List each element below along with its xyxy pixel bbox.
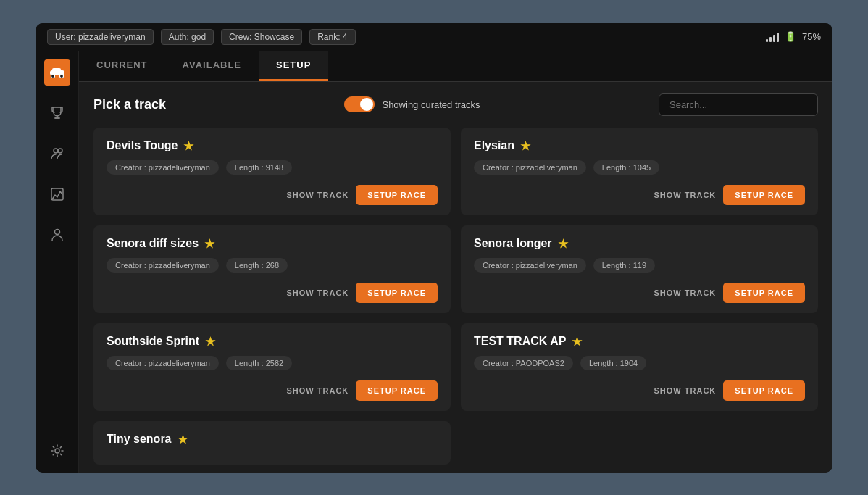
star-icon: ★ xyxy=(572,335,582,349)
sidebar-item-friends[interactable] xyxy=(44,222,70,248)
battery-level: 75% xyxy=(802,31,821,42)
toggle-label: Showing curated tracks xyxy=(382,99,480,110)
track-name: Southside Sprint ★ xyxy=(107,335,438,349)
track-header: Pick a track Showing curated tracks xyxy=(93,93,818,116)
track-actions: SHOW TRACK SETUP RACE xyxy=(474,283,805,303)
track-meta: Creator : pizzadeliveryman Length : 268 xyxy=(107,258,438,273)
star-icon: ★ xyxy=(520,139,530,153)
svg-point-6 xyxy=(58,149,62,153)
status-badges: User: pizzadeliveryman Auth: god Crew: S… xyxy=(47,29,356,45)
setup-race-button[interactable]: SETUP RACE xyxy=(356,283,438,303)
length-badge: Length : 119 xyxy=(593,258,655,273)
page-title: Pick a track xyxy=(93,97,166,112)
track-name: Senora diff sizes ★ xyxy=(107,237,438,251)
creator-badge: Creator : pizzadeliveryman xyxy=(474,160,586,175)
star-icon: ★ xyxy=(183,139,193,153)
creator-badge: Creator : PAODPOAS2 xyxy=(474,356,573,370)
content-area: CURRENT AVAILABLE SETUP Pick a track Sho… xyxy=(79,51,832,473)
creator-badge: Creator : pizzadeliveryman xyxy=(107,160,219,175)
track-card: Southside Sprint ★ Creator : pizzadelive… xyxy=(93,323,451,411)
track-meta: Creator : pizzadeliveryman Length : 2582 xyxy=(107,356,438,370)
creator-badge: Creator : pizzadeliveryman xyxy=(107,356,219,370)
length-badge: Length : 1904 xyxy=(580,356,646,370)
sidebar-item-trophy[interactable] xyxy=(44,100,70,126)
svg-point-8 xyxy=(54,229,59,234)
track-card: Elysian ★ Creator : pizzadeliveryman Len… xyxy=(461,128,818,215)
track-actions: SHOW TRACK SETUP RACE xyxy=(107,283,438,303)
track-actions: SHOW TRACK SETUP RACE xyxy=(107,380,438,401)
setup-race-button[interactable]: SETUP RACE xyxy=(723,185,805,205)
svg-point-3 xyxy=(59,74,63,78)
track-name: Senora longer ★ xyxy=(474,237,805,251)
track-grid: Devils Touge ★ Creator : pizzadeliveryma… xyxy=(93,128,818,465)
svg-point-2 xyxy=(51,74,54,78)
tab-setup[interactable]: SETUP xyxy=(259,51,328,81)
creator-badge: Creator : pizzadeliveryman xyxy=(107,258,219,273)
length-badge: Length : 2582 xyxy=(226,356,292,370)
track-actions: SHOW TRACK SETUP RACE xyxy=(474,380,805,401)
status-bar: User: pizzadeliveryman Auth: god Crew: S… xyxy=(36,23,832,51)
track-card: Devils Touge ★ Creator : pizzadeliveryma… xyxy=(93,128,451,215)
main-area: CURRENT AVAILABLE SETUP Pick a track Sho… xyxy=(36,51,832,473)
track-meta: Creator : pizzadeliveryman Length : 119 xyxy=(474,258,805,273)
svg-point-9 xyxy=(55,449,59,453)
curated-toggle[interactable] xyxy=(344,96,375,112)
track-area: Pick a track Showing curated tracks xyxy=(79,82,832,473)
star-icon: ★ xyxy=(205,335,215,349)
track-name: Devils Touge ★ xyxy=(107,139,438,153)
length-badge: Length : 1045 xyxy=(593,160,659,175)
tab-available[interactable]: AVAILABLE xyxy=(165,51,259,81)
status-right: 🔋 75% xyxy=(766,31,821,42)
rank-badge: Rank: 4 xyxy=(309,29,355,45)
app-window: User: pizzadeliveryman Auth: god Crew: S… xyxy=(36,23,832,473)
crew-badge: Crew: Showcase xyxy=(221,29,302,45)
creator-badge: Creator : pizzadeliveryman xyxy=(474,258,586,273)
setup-race-button[interactable]: SETUP RACE xyxy=(356,185,438,205)
search-input[interactable] xyxy=(659,93,818,116)
track-name: Tiny senora ★ xyxy=(107,433,438,446)
auth-badge: Auth: god xyxy=(161,29,214,45)
star-icon: ★ xyxy=(558,237,568,251)
show-track-button[interactable]: SHOW TRACK xyxy=(654,191,717,199)
show-track-button[interactable]: SHOW TRACK xyxy=(654,386,717,395)
track-meta: Creator : pizzadeliveryman Length : 9148 xyxy=(107,160,438,175)
show-track-button[interactable]: SHOW TRACK xyxy=(287,386,349,395)
sidebar-item-routes[interactable] xyxy=(44,181,70,207)
battery-icon: 🔋 xyxy=(785,31,796,42)
track-actions: SHOW TRACK SETUP RACE xyxy=(107,185,438,205)
length-badge: Length : 9148 xyxy=(226,160,292,175)
setup-race-button[interactable]: SETUP RACE xyxy=(356,380,438,401)
star-icon: ★ xyxy=(178,433,188,446)
track-actions: SHOW TRACK SETUP RACE xyxy=(474,185,805,205)
setup-race-button[interactable]: SETUP RACE xyxy=(723,380,805,401)
tab-current[interactable]: CURRENT xyxy=(79,51,165,81)
track-meta: Creator : pizzadeliveryman Length : 1045 xyxy=(474,160,805,175)
show-track-button[interactable]: SHOW TRACK xyxy=(654,288,717,297)
toggle-area: Showing curated tracks xyxy=(344,96,480,112)
tab-bar: CURRENT AVAILABLE SETUP xyxy=(79,51,832,82)
length-badge: Length : 268 xyxy=(226,258,288,273)
sidebar-item-racing[interactable] xyxy=(44,59,70,86)
show-track-button[interactable]: SHOW TRACK xyxy=(287,191,349,199)
star-icon: ★ xyxy=(204,237,214,251)
track-name: Elysian ★ xyxy=(474,139,805,153)
setup-race-button[interactable]: SETUP RACE xyxy=(723,283,805,303)
signal-icon xyxy=(766,32,779,42)
track-name: TEST TRACK AP ★ xyxy=(474,335,805,349)
svg-point-5 xyxy=(54,149,58,153)
settings-icon[interactable] xyxy=(44,438,70,464)
user-badge: User: pizzadeliveryman xyxy=(47,29,154,45)
track-card: Senora longer ★ Creator : pizzadeliverym… xyxy=(461,225,818,313)
track-card: Tiny senora ★ xyxy=(93,421,451,465)
track-meta: Creator : PAODPOAS2 Length : 1904 xyxy=(474,356,805,370)
sidebar xyxy=(36,51,79,473)
toggle-knob xyxy=(360,98,373,111)
track-card: TEST TRACK AP ★ Creator : PAODPOAS2 Leng… xyxy=(461,323,818,411)
sidebar-item-team[interactable] xyxy=(44,141,70,167)
track-card: Senora diff sizes ★ Creator : pizzadeliv… xyxy=(93,225,451,313)
svg-rect-1 xyxy=(52,68,61,72)
show-track-button[interactable]: SHOW TRACK xyxy=(287,288,349,297)
